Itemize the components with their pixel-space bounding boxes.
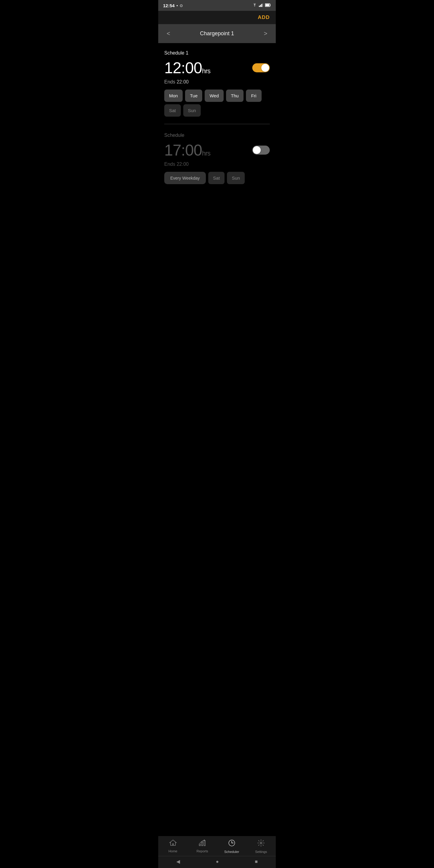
notification-icon: ⊙ bbox=[180, 3, 183, 8]
schedule-1-ends-time: 22:00 bbox=[177, 79, 189, 84]
day-btn-wed[interactable]: Wed bbox=[205, 90, 224, 102]
day-btn-sat[interactable]: Sat bbox=[164, 104, 181, 117]
schedule-2-days: Every Weekday Sat Sun bbox=[164, 172, 270, 184]
svg-rect-2 bbox=[261, 4, 262, 7]
schedule-1-toggle-knob bbox=[261, 64, 269, 72]
add-button[interactable]: ADD bbox=[258, 14, 270, 21]
nav-header: < Chargepoint 1 > bbox=[158, 24, 276, 43]
day-btn-tue[interactable]: Tue bbox=[185, 90, 202, 102]
day-btn-fri[interactable]: Fri bbox=[246, 90, 261, 102]
chargepoint-title: Chargepoint 1 bbox=[200, 30, 234, 37]
schedule-2-time: 17:00hrs bbox=[164, 141, 210, 159]
signal-icon bbox=[259, 3, 263, 8]
day-btn-thu[interactable]: Thu bbox=[226, 90, 244, 102]
day-btn-sat-2[interactable]: Sat bbox=[208, 172, 225, 184]
next-chargepoint-button[interactable]: > bbox=[261, 29, 270, 38]
svg-rect-1 bbox=[260, 5, 261, 7]
schedule-2-label: Schedule bbox=[164, 133, 270, 138]
svg-rect-6 bbox=[270, 4, 271, 6]
schedule-2-toggle[interactable] bbox=[252, 146, 270, 155]
main-content: Schedule 1 12:00hrs Ends 22:00 Mon Tue W… bbox=[158, 43, 276, 198]
svg-rect-0 bbox=[259, 6, 260, 7]
schedule-1-toggle[interactable] bbox=[252, 63, 270, 72]
day-btn-sun-2[interactable]: Sun bbox=[227, 172, 245, 184]
schedule-2-ends: Ends 22:00 bbox=[164, 161, 270, 167]
schedule-1-section: Schedule 1 12:00hrs Ends 22:00 Mon Tue W… bbox=[164, 50, 270, 117]
sim-icon: ▪ bbox=[176, 3, 178, 8]
svg-rect-3 bbox=[262, 3, 263, 7]
section-divider bbox=[164, 124, 270, 124]
schedule-2-time-row: 17:00hrs bbox=[164, 141, 270, 159]
status-bar: 12:54 ▪ ⊙ bbox=[158, 0, 276, 11]
schedule-1-label: Schedule 1 bbox=[164, 50, 270, 56]
battery-icon bbox=[265, 3, 271, 8]
wifi-icon bbox=[252, 3, 257, 8]
schedule-2-section: Schedule 17:00hrs Ends 22:00 Every Weekd… bbox=[164, 133, 270, 184]
schedule-1-days: Mon Tue Wed Thu Fri Sat Sun bbox=[164, 90, 270, 117]
schedule-2-toggle-knob bbox=[253, 146, 261, 154]
status-time: 12:54 bbox=[163, 3, 175, 8]
schedule-2-ends-time: 22:00 bbox=[177, 161, 189, 167]
day-btn-sun[interactable]: Sun bbox=[183, 104, 201, 117]
schedule-1-time: 12:00hrs bbox=[164, 59, 210, 77]
top-bar: ADD bbox=[158, 11, 276, 24]
schedule-1-ends: Ends 22:00 bbox=[164, 79, 270, 85]
schedule-1-time-row: 12:00hrs bbox=[164, 59, 270, 77]
day-btn-every-weekday[interactable]: Every Weekday bbox=[164, 172, 206, 184]
svg-rect-5 bbox=[266, 4, 270, 6]
day-btn-mon[interactable]: Mon bbox=[164, 90, 183, 102]
prev-chargepoint-button[interactable]: < bbox=[164, 29, 173, 38]
